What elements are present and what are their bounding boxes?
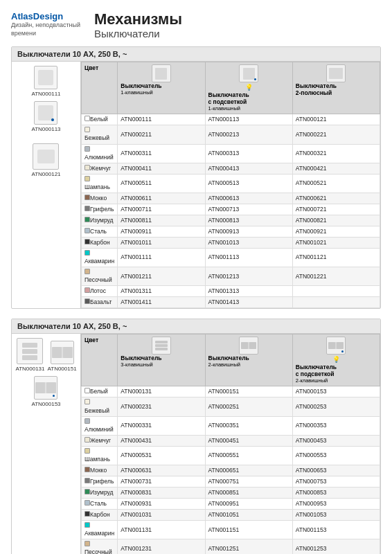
product-code-cell: ATN000553 <box>292 446 380 465</box>
color-swatch <box>84 165 90 170</box>
table-row: КарбонATN001031ATN001051ATN001053 <box>82 509 380 520</box>
key-l2 <box>35 382 45 393</box>
product-code-cell: ATN000751 <box>205 476 292 487</box>
s2-dev-3k-inner <box>155 341 168 350</box>
product-code-cell: ATN000931 <box>118 498 205 509</box>
key-r2 <box>46 382 56 393</box>
color-name: Базальт <box>90 298 112 305</box>
key-2 <box>22 349 37 354</box>
device-2kb <box>35 382 56 393</box>
col-2p-label: Выключатель2-полюсный <box>296 82 377 96</box>
table-row: БежевыйATN000231ATN000251ATN000253 <box>82 397 380 416</box>
product-code-cell: ATN001211 <box>118 267 205 286</box>
table-row: АлюминийATN000331ATN000351ATN000353 <box>82 416 380 435</box>
product-code-cell: ATN000851 <box>205 487 292 498</box>
brand-block: AtlasDesign Дизайн, неподвластныйвремени <box>11 11 87 37</box>
product-code-cell: ATN000731 <box>118 476 205 487</box>
product-code-cell: ATN000621 <box>292 193 380 204</box>
product-code-cell: ATN000631 <box>118 465 205 476</box>
col-1kb-label: Выключательс подсветкой <box>208 91 289 105</box>
s2-kb-right <box>337 342 344 349</box>
product-label-atn000113: ATN000113 <box>31 126 60 132</box>
k2 <box>155 344 168 347</box>
color-name: Мокко <box>90 195 107 202</box>
col-1kb-sub: 1-клавишный <box>208 105 289 111</box>
color-name: Изумруд <box>90 489 113 496</box>
table-row: ИзумрудATN000831ATN000851ATN000853 <box>82 487 380 498</box>
section-2-body: ATN000131 ATN000151 <box>12 334 380 554</box>
s2-dev-2k-inner <box>241 342 256 349</box>
section-1-title: Выключатели 10 АХ, 250 В, ~ <box>17 50 127 58</box>
product-label-atn000151: ATN000151 <box>48 366 77 372</box>
product-code-cell: ATN001251 <box>205 539 292 554</box>
device-atn000121 <box>33 143 59 170</box>
device-atn000153 <box>34 376 57 400</box>
page-title-sub: Выключатели <box>94 28 381 39</box>
color-name: Белый <box>90 388 108 395</box>
product-code-cell: ATN001011 <box>118 237 205 248</box>
color-swatch <box>84 206 90 211</box>
color-cell: Жемчуг <box>82 435 118 446</box>
s2-col-2kb-label: Выключательс подсветкой <box>296 364 377 377</box>
section-1-images: ATN000111 ATN000113 ATN000121 <box>12 62 81 308</box>
product-code-cell: ATN000511 <box>118 174 205 193</box>
color-swatch <box>84 489 90 494</box>
color-name: Шампань <box>84 456 110 463</box>
section-2-images: ATN000131 ATN000151 <box>12 334 81 554</box>
k1 <box>155 341 168 343</box>
color-swatch <box>84 298 90 304</box>
table-row: СтальATN000931ATN000951ATN000953 <box>82 498 380 509</box>
backlight-indicator <box>51 118 54 121</box>
page-title-block: Механизмы Выключатели <box>87 11 381 39</box>
color-cell: Мокко <box>82 193 118 204</box>
section-2-table: Цвет <box>81 334 380 554</box>
product-code-cell: ATN001411 <box>118 297 205 308</box>
table-row: БазальтATN001411ATN001413 <box>82 297 380 308</box>
color-swatch <box>84 500 90 506</box>
table-row: АквамаринATN001131ATN001151ATN001153 <box>82 521 380 539</box>
product-code-cell: ATN001253 <box>292 539 380 554</box>
product-code-cell: ATN000311 <box>118 144 205 163</box>
product-code-cell <box>292 297 380 308</box>
product-code-cell: ATN000713 <box>205 204 292 215</box>
table-row: БелыйATN000131ATN000151ATN000153 <box>82 386 380 397</box>
product-code-cell: ATN001153 <box>292 521 380 539</box>
product-code-cell: ATN000451 <box>205 435 292 446</box>
color-cell: Лотос <box>82 286 118 297</box>
table-row: ПесочныйATN001211ATN001213ATN001221 <box>82 267 380 286</box>
color-swatch <box>84 399 90 404</box>
bulb-icon: 💡 <box>245 84 253 91</box>
s2-backlight-dot <box>341 350 344 352</box>
product-code-cell: ATN000811 <box>118 215 205 226</box>
product-code-cell: ATN000321 <box>292 144 380 163</box>
product-code-cell: ATN001051 <box>205 509 292 520</box>
device-2k <box>52 347 73 358</box>
s2-color-label: Цвет <box>84 337 98 343</box>
s2-col-2k-sub: 2-клавишный <box>208 361 289 368</box>
backlight-indicator-2 <box>53 395 55 397</box>
s2-th-device-3k <box>121 337 202 355</box>
table-row: ШампаньATN000511ATN000513ATN000521 <box>82 174 380 193</box>
color-cell: Аквамарин <box>82 521 118 539</box>
product-code-cell: ATN000721 <box>292 204 380 215</box>
color-cell: Белый <box>82 114 118 125</box>
color-swatch <box>84 217 90 222</box>
color-cell: Сталь <box>82 498 118 509</box>
table-row: ИзумрудATN000811ATN000813ATN000821 <box>82 215 380 226</box>
col-1k-label: Выключатель <box>121 82 202 89</box>
product-img-atn000151: ATN000151 <box>48 341 77 372</box>
product-code-cell: ATN001113 <box>205 248 292 267</box>
color-cell: Песочный <box>82 539 118 554</box>
color-cell: Алюминий <box>82 144 118 163</box>
color-name: Песочный <box>84 276 112 283</box>
th-dev-inner-1k <box>155 68 167 80</box>
brand-subtitle: Дизайн, неподвластныйвремени <box>11 21 87 37</box>
device-atn000151 <box>51 341 74 364</box>
product-code-cell: ATN000211 <box>118 125 205 144</box>
product-code-cell: ATN000453 <box>292 435 380 446</box>
color-name: Шампань <box>84 184 110 190</box>
col-2pole-header: Выключатель2-полюсный <box>292 62 380 114</box>
color-cell: Карбон <box>82 509 118 520</box>
section-1-body: ATN000111 ATN000113 ATN000121 <box>12 62 380 308</box>
product-code-cell: ATN000821 <box>292 215 380 226</box>
